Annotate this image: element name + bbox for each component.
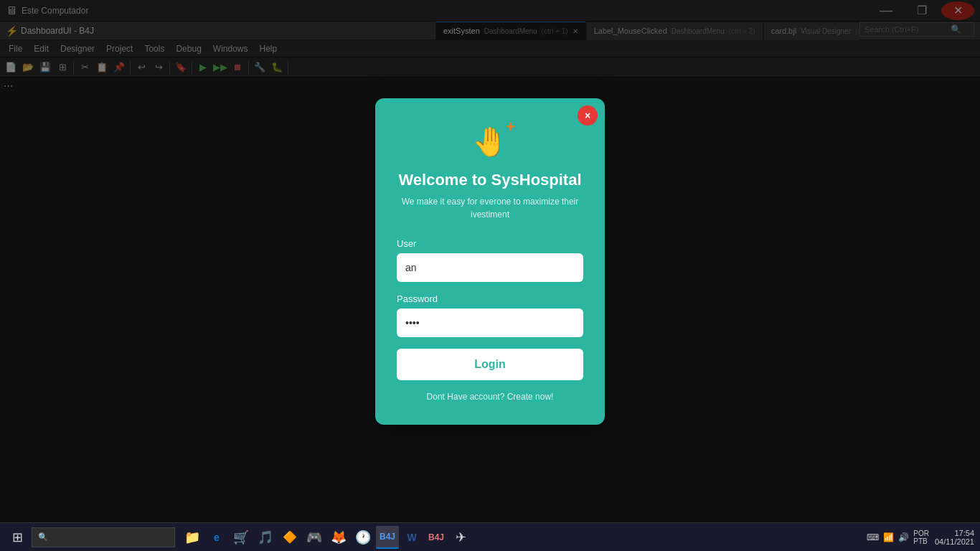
- taskbar-app-music[interactable]: 🎵: [254, 526, 277, 549]
- hand-icon: 🤚: [472, 126, 508, 157]
- taskbar-app-b4a[interactable]: B4J: [425, 526, 448, 549]
- modal-subtitle: We make it easy for everone to maximize …: [397, 195, 583, 221]
- modal-icon: 🤚 +: [397, 120, 583, 159]
- modal-body: 🤚 + Welcome to SysHospital We make it ea…: [375, 98, 605, 425]
- taskbar-apps: 📁 e 🛒 🎵 🔶 🎮 🦊 🕐 B4J W B4J ✈: [181, 526, 472, 549]
- taskbar-app-store[interactable]: 🛒: [230, 526, 253, 549]
- taskbar-app-plane[interactable]: ✈: [449, 526, 472, 549]
- taskbar-app-word[interactable]: W: [400, 526, 423, 549]
- date: 04/11/2021: [935, 537, 974, 546]
- taskbar-app-vlc[interactable]: 🔶: [278, 526, 301, 549]
- tray-locale: PORPTB: [913, 529, 929, 545]
- taskbar-app-games[interactable]: 🎮: [303, 526, 326, 549]
- taskbar-app-edge[interactable]: e: [205, 526, 228, 549]
- modal-overlay: × 🤚 + Welcome to SysHospital We make it …: [0, 0, 980, 522]
- modal-close-button[interactable]: ×: [578, 105, 598, 126]
- taskbar-start[interactable]: ⊞: [6, 526, 29, 549]
- tray-volume: 🔊: [898, 532, 909, 542]
- tray-keyboard: ⌨: [867, 532, 879, 542]
- login-button[interactable]: Login: [397, 349, 583, 380]
- time: 17:54: [935, 529, 974, 537]
- taskbar-search-icon: 🔍: [38, 532, 48, 542]
- user-input[interactable]: [397, 253, 583, 282]
- taskbar-right: ⌨ 📶 🔊 PORPTB 17:54 04/11/2021: [867, 529, 974, 546]
- taskbar-app-fox[interactable]: 🦊: [327, 526, 350, 549]
- taskbar-app-clock[interactable]: 🕐: [352, 526, 374, 549]
- time-date[interactable]: 17:54 04/11/2021: [935, 529, 974, 546]
- taskbar-app-b4j[interactable]: B4J: [376, 526, 399, 549]
- taskbar-app-explorer[interactable]: 📁: [181, 526, 204, 549]
- plus-icon: +: [506, 118, 515, 136]
- modal-dialog: × 🤚 + Welcome to SysHospital We make it …: [375, 98, 605, 425]
- tray-network: 📶: [883, 532, 894, 542]
- password-label: Password: [397, 293, 583, 304]
- user-label: User: [397, 238, 583, 249]
- sys-tray: ⌨ 📶 🔊 PORPTB: [867, 529, 929, 545]
- taskbar: ⊞ 🔍 📁 e 🛒 🎵 🔶 🎮 🦊 🕐 B4J W B4J ✈ ⌨ 📶 🔊 PO…: [0, 522, 980, 551]
- taskbar-search[interactable]: 🔍: [32, 527, 175, 547]
- password-input[interactable]: [397, 309, 583, 337]
- create-account-link[interactable]: Dont Have account? Create now!: [397, 392, 583, 408]
- modal-title: Welcome to SysHospital: [397, 171, 583, 189]
